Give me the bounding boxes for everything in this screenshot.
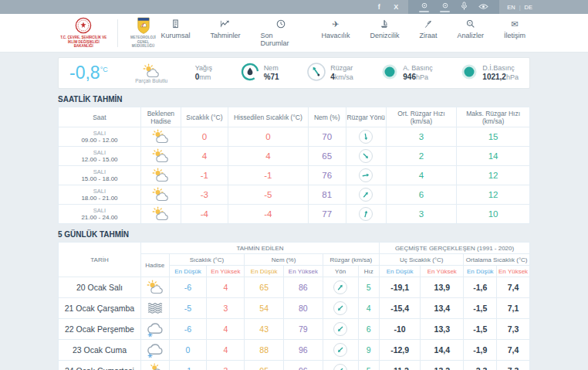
hourly-row: SALI09.00 - 12.00 0 0 70 3 15	[59, 127, 530, 147]
date-value: 24 Ocak Cumartesi	[59, 361, 141, 370]
avg-wind-value: 4	[386, 166, 457, 185]
avg-high: 7,1	[497, 298, 530, 319]
col-hadise: Hadise	[140, 254, 169, 277]
pressure-d-value: 1021,2	[482, 73, 506, 81]
hum-low: 95	[245, 361, 284, 370]
max-wind-value: 12	[457, 166, 530, 185]
nav-label: Son Durumlar	[260, 32, 301, 47]
row-day: SALI	[59, 207, 140, 214]
nav-havacilik[interactable]: ✈ Havacılık	[321, 19, 350, 47]
date-value: 20 Ocak Salı	[59, 277, 141, 298]
lang-separator: |	[519, 4, 521, 11]
row-day: SALI	[59, 149, 140, 156]
pressure-a-value: 946	[403, 73, 416, 81]
col-nem: Nem (%)	[308, 107, 346, 127]
nav-iletisim[interactable]: ✉ İletişim	[504, 19, 525, 47]
nav-tahminler[interactable]: Tahminler	[210, 19, 240, 47]
envelope-icon: ✉	[511, 19, 518, 29]
feels-value: 0	[228, 127, 308, 147]
pressure-dot-icon	[460, 63, 478, 84]
wind-label: Rüzgar	[330, 64, 353, 73]
leaf-avg-high: En Yüksek	[497, 266, 530, 277]
nav-denizcilik[interactable]: Denizcilik	[370, 19, 399, 47]
top-bar: f X EN | DE	[0, 0, 588, 14]
humidity-value: 77	[308, 205, 346, 224]
mobile-app-icon-2[interactable]	[440, 2, 450, 12]
avg-wind-value: 6	[386, 185, 457, 205]
weather-icon	[141, 148, 181, 164]
condition-caption: Parçalı Bulutlu	[135, 78, 167, 83]
group-forecast: TAHMİN EDİLEN	[140, 243, 379, 254]
mgm-name-line2: GENEL MÜDÜRLÜĞÜ	[132, 40, 155, 49]
sub-hum: Nem (%)	[245, 254, 323, 266]
nav-label: Tahminler	[210, 32, 240, 39]
row-time: 15.00 - 18.00	[59, 175, 140, 182]
temp-low: -5	[169, 298, 207, 319]
max-wind-value: 15	[457, 127, 530, 147]
col-saat: Saat	[59, 107, 141, 127]
hum-low: 43	[245, 319, 284, 340]
wind-direction-icon	[359, 207, 373, 221]
nav-label: Kurumsal	[161, 32, 190, 39]
nav-analizler[interactable]: Analizler	[457, 19, 484, 47]
nav-label: Analizler	[457, 32, 484, 39]
hourly-section-title: SAATLİK TAHMİN	[58, 95, 530, 104]
temp-value: -3	[181, 185, 228, 205]
weather-icon	[141, 363, 169, 370]
ministry-logo[interactable]: T.C. ÇEVRE, ŞEHİRCİLİK VE İKLİM DEĞİŞİKL…	[58, 17, 110, 49]
sea-level-pressure-metric: D.İ.Basınç 1021,2hPa	[460, 63, 519, 84]
nav-son-durumlar[interactable]: Son Durumlar	[260, 19, 301, 47]
weather-icon	[141, 321, 169, 338]
wind-direction-icon	[333, 322, 347, 336]
ext-low: -11,2	[380, 361, 421, 370]
leaf-wind-dir: Yön	[323, 266, 358, 277]
mgm-logo[interactable]: METEOROLOJİ GENEL MÜDÜRLÜĞÜ	[126, 17, 161, 49]
lang-de[interactable]: DE	[525, 4, 532, 11]
hum-high: 79	[284, 319, 323, 340]
weather-icon	[141, 342, 169, 358]
daily-group-header-row: TARİH TAHMİN EDİLEN GEÇMİŞTE GERÇEKLEŞEN…	[59, 243, 530, 254]
sub-temp: Sıcaklık (°C)	[169, 254, 245, 266]
avg-low: -1,5	[464, 298, 497, 319]
nav-kurumsal[interactable]: Kurumsal	[161, 19, 190, 47]
row-time: 12.00 - 15.00	[59, 156, 140, 163]
humidity-value: %71	[264, 73, 279, 81]
wind-direction-icon	[359, 168, 373, 182]
nav-label: Denizcilik	[370, 32, 399, 39]
daily-row: 20 Ocak Salı -6 4 65 86 5 -19,1 13,9 -1,…	[59, 277, 530, 298]
ministry-emblem-icon	[75, 17, 92, 34]
hourly-header-row: Saat Beklenen Hadise Sıcaklık (°C) Hisse…	[59, 107, 530, 127]
wind-direction-icon	[359, 149, 373, 163]
col-sicaklik: Sıcaklık (°C)	[181, 107, 228, 127]
humidity-value: 70	[308, 127, 346, 147]
temp-value: -4	[181, 205, 228, 224]
row-time: 21.00 - 24.00	[59, 214, 140, 221]
mobile-app-icon[interactable]	[419, 2, 429, 12]
avg-high: 7,3	[497, 319, 530, 340]
leaf-avg-low: En Düşük	[464, 266, 497, 277]
weather-icon	[141, 280, 169, 295]
weather-icon	[141, 302, 169, 315]
ext-high: 13,9	[421, 277, 464, 298]
avg-wind-value: 3	[386, 205, 457, 224]
accessibility-eye-icon[interactable]	[478, 3, 488, 12]
building-icon	[171, 19, 180, 29]
facebook-icon[interactable]: f	[374, 3, 384, 11]
avg-high: 7,4	[497, 340, 530, 361]
leaf-wind-speed: Hız	[358, 266, 379, 277]
x-twitter-icon[interactable]: X	[391, 3, 400, 11]
wind-direction-icon	[333, 301, 347, 315]
temp-high: 4	[207, 340, 245, 361]
row-day: SALI	[59, 168, 140, 175]
lang-en[interactable]: EN	[507, 4, 515, 11]
avg-wind-value: 2	[386, 147, 457, 166]
nav-ziraat[interactable]: Ziraat	[419, 19, 437, 47]
temp-value: 0	[181, 127, 228, 147]
weather-icon	[141, 187, 181, 202]
current-weather-card: -0,8°C Parçalı Bulutlu Yağış 0mm Nem %71	[58, 57, 530, 89]
ext-high: 13,3	[421, 319, 464, 340]
microphone-icon[interactable]	[461, 2, 468, 12]
hum-high: 80	[284, 298, 323, 319]
avg-low: -1,9	[464, 340, 497, 361]
col-tarih: TARİH	[59, 243, 141, 277]
